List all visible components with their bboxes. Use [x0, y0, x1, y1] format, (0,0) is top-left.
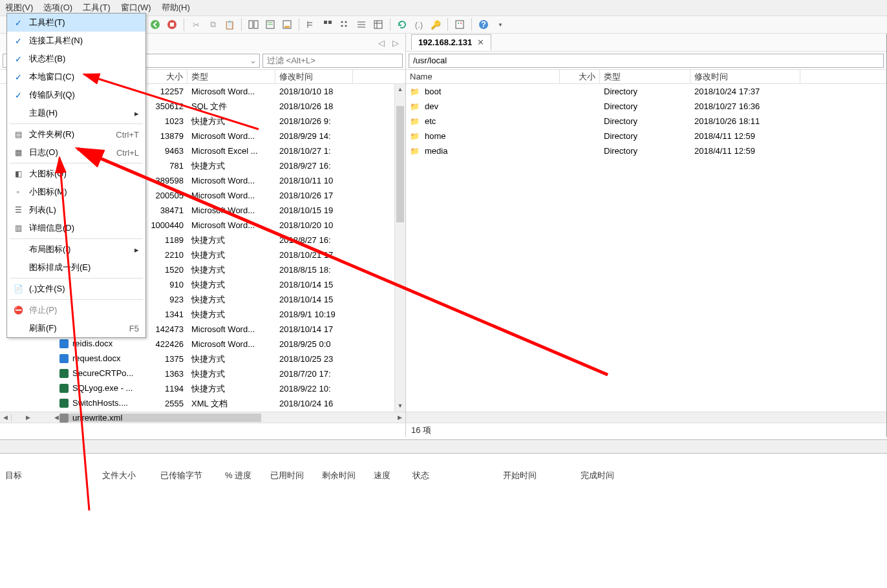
file-row[interactable]: SwitchHosts....	[56, 395, 187, 410]
remote-tab[interactable]: 192.168.2.131 ✕	[411, 34, 491, 50]
svg-point-26	[458, 23, 459, 24]
file-row[interactable]: SQLyog.exe - ...	[56, 381, 187, 395]
local-scrollbar[interactable]: ▲ ▼	[394, 84, 405, 412]
menu-shortcut: F5	[129, 324, 139, 333]
svg-point-0	[151, 20, 160, 29]
menu-item[interactable]: ✓传输队列(Q)	[7, 86, 145, 104]
remote-col-date[interactable]: 修改时间	[690, 70, 800, 83]
cut-icon[interactable]: ✂	[189, 18, 202, 31]
file-name: reidis.docx	[72, 339, 112, 348]
copy-icon[interactable]: ⧉	[206, 18, 219, 31]
view-list-icon[interactable]	[355, 18, 368, 31]
refresh-icon[interactable]	[396, 18, 409, 31]
queue-col[interactable]: 剩余时间	[317, 470, 369, 481]
queue-col[interactable]: 速度	[369, 470, 407, 481]
svg-point-27	[460, 23, 462, 24]
local-col-date[interactable]: 修改时间	[275, 70, 353, 83]
tab-nav-arrows[interactable]: ◁ ▷	[378, 38, 405, 48]
file-row[interactable]: request.docx	[56, 351, 187, 366]
menu-item[interactable]: ✓连接工具栏(N)	[7, 32, 145, 50]
remote-col-type[interactable]: 类型	[600, 70, 690, 83]
svg-rect-25	[456, 21, 464, 28]
menu-item-label: 文件夹树(R)	[29, 129, 74, 140]
stop-icon: ⛔	[13, 305, 23, 315]
remote-pane: 192.168.2.131 ✕ Name 大小 类型 修改时间 bootDire…	[406, 34, 887, 437]
remote-hscroll[interactable]	[406, 412, 886, 423]
log-icon[interactable]	[264, 18, 277, 31]
menu-item[interactable]: ▫小图标(M)	[7, 183, 145, 201]
view-detail-icon[interactable]	[372, 18, 385, 31]
menu-item[interactable]: 主题(H)▸	[7, 104, 145, 122]
svg-point-15	[341, 21, 343, 23]
menu-item[interactable]: ▤文件夹树(R)Ctrl+T	[7, 125, 145, 143]
file-row[interactable]: etcDirectory2018/10/26 18:11	[406, 114, 886, 129]
queue-col[interactable]: 状态	[407, 470, 498, 481]
file-row[interactable]: mediaDirectory2018/4/11 12:59	[406, 143, 886, 158]
menu-view[interactable]: 视图(V)	[5, 2, 33, 14]
menu-tools[interactable]: 工具(T)	[83, 2, 111, 14]
menu-item[interactable]: ▥详细信息(D)	[7, 219, 145, 237]
file-row[interactable]: bootDirectory2018/10/24 17:37	[406, 84, 886, 99]
queue-col[interactable]: % 进度	[220, 470, 265, 481]
file-row[interactable]: reidis.docx	[56, 336, 187, 351]
menu-item[interactable]: 布局图标(I)▸	[7, 240, 145, 258]
menu-item[interactable]: 刷新(F)F5	[7, 319, 145, 337]
folder-icon	[410, 131, 421, 141]
menu-item[interactable]: ☰列表(L)	[7, 201, 145, 219]
queue-col[interactable]: 已传输字节	[155, 470, 220, 481]
back-icon[interactable]	[149, 18, 162, 31]
remote-status: 16 项	[406, 423, 886, 437]
menu-item[interactable]: 📄(.)文件(S)	[7, 280, 145, 298]
tab-close-icon[interactable]: ✕	[477, 37, 484, 47]
view-large-icon[interactable]	[321, 18, 334, 31]
queue-col[interactable]: 已用时间	[265, 470, 317, 481]
menu-shortcut: Ctrl+T	[116, 130, 139, 140]
paste-icon[interactable]: 📋	[223, 18, 236, 31]
menu-item-label: 主题(H)	[29, 107, 58, 119]
menu-options[interactable]: 选项(O)	[43, 2, 72, 14]
queue-icon[interactable]	[281, 18, 294, 31]
file-row[interactable]: homeDirectory2018/4/11 12:59	[406, 129, 886, 143]
remote-filelist[interactable]: bootDirectory2018/10/24 17:37devDirector…	[406, 84, 886, 412]
menu-item[interactable]: ✓本地窗口(C)	[7, 68, 145, 86]
panes-icon[interactable]	[247, 18, 260, 31]
queue-col[interactable]: 开始时间	[498, 470, 575, 481]
svg-rect-13	[324, 21, 327, 24]
key-icon[interactable]: 🔑	[429, 18, 442, 31]
local-filter-input[interactable]	[262, 54, 403, 68]
help-drop-icon[interactable]: ▼	[494, 18, 507, 31]
menu-help[interactable]: 帮助(H)	[162, 2, 190, 14]
menu-window[interactable]: 窗口(W)	[121, 2, 151, 14]
folder-icon	[410, 116, 421, 126]
queue-col[interactable]: 完成时间	[575, 470, 640, 481]
remote-headers: Name 大小 类型 修改时间	[406, 70, 886, 84]
svg-rect-14	[328, 21, 332, 24]
view-small-icon[interactable]	[338, 18, 351, 31]
file-row[interactable]: devDirectory2018/10/27 16:36	[406, 99, 886, 114]
submenu-arrow-icon: ▸	[134, 245, 139, 255]
dotfiles-icon[interactable]: (.)	[412, 18, 425, 31]
small-icon: ▫	[13, 187, 23, 197]
help-icon[interactable]: ?	[477, 18, 490, 31]
menu-item[interactable]: ◧大图标(G)	[7, 165, 145, 183]
queue-col[interactable]: 目标	[0, 470, 97, 481]
file-row[interactable]: SecureCRTPo...	[56, 366, 187, 381]
remote-col-name[interactable]: Name	[406, 70, 560, 83]
options-icon[interactable]	[453, 18, 466, 31]
file-row[interactable]: urlrewrite.xml	[56, 410, 187, 425]
menu-item[interactable]: ✓工具栏(T)	[7, 14, 145, 32]
stop-icon[interactable]	[166, 18, 178, 31]
menu-item[interactable]: ▦日志(O)Ctrl+L	[7, 143, 145, 162]
menu-item[interactable]: ✓状态栏(B)	[7, 50, 145, 68]
view-tree-icon[interactable]	[305, 18, 317, 31]
menu-item-label: 本地窗口(C)	[29, 71, 74, 83]
menu-item-label: 刷新(F)	[29, 322, 57, 334]
local-col-type[interactable]: 类型	[187, 70, 275, 83]
queue-col[interactable]: 文件大小	[97, 470, 155, 481]
remote-col-size[interactable]: 大小	[560, 70, 600, 83]
remote-path-input[interactable]	[409, 54, 884, 68]
queue-divider[interactable]	[0, 439, 887, 454]
menu-item-label: 停止(P)	[29, 304, 57, 316]
local-filenames-tail: reidis.docxrequest.docxSecureCRTPo...SQL…	[56, 336, 187, 425]
menu-item[interactable]: 图标排成一列(E)	[7, 258, 145, 277]
